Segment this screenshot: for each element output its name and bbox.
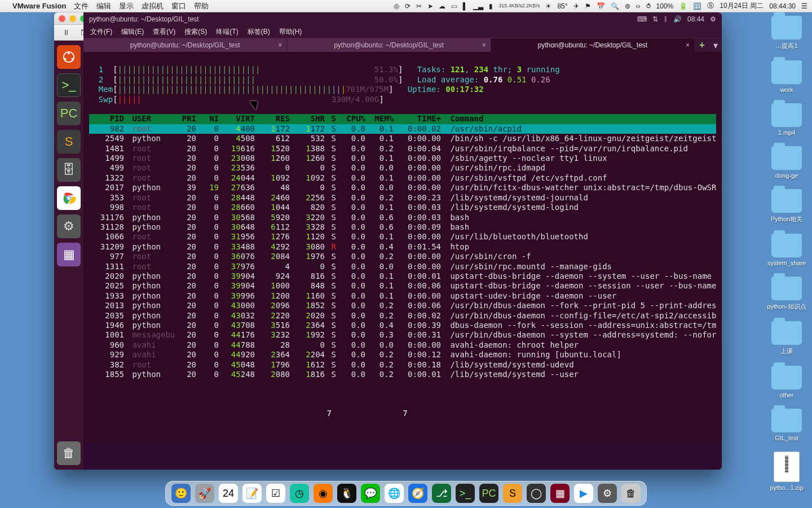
table-row[interactable]: 2013 python2004300020961852 S0.00.20:00.…	[89, 301, 716, 310]
htop-header[interactable]: PID USERPRINIVIRTRESSHR SCPU%MEM%TIME+ C…	[89, 114, 716, 124]
table-row[interactable]: 353 root2002844824602256 S0.00.20:00.23 …	[89, 193, 716, 203]
trash-launcher[interactable]: 🗑	[57, 441, 81, 465]
table-row[interactable]: 31209 python2003348842923080 R0.00.40:01…	[89, 242, 716, 252]
table-row[interactable]: 1499 root2002300812601260 S0.00.10:00.00…	[89, 154, 716, 163]
table-row[interactable]: 2549 python2004508612532 S0.00.10:00.00 …	[89, 134, 716, 143]
minimize-window[interactable]	[69, 15, 76, 22]
terminal-tab[interactable]: python@ubuntu: ~/Desktop/GIL_test×	[287, 38, 491, 52]
folder-item[interactable]: 1.mp4	[765, 103, 809, 136]
menu-icon[interactable]: ☰	[801, 2, 807, 10]
menu-help[interactable]: 帮助	[194, 1, 209, 11]
terminal-body[interactable]: 1 [|||||||||||||||||||||||||||||| 51.3%]…	[83, 52, 722, 441]
display-icon[interactable]: ▭	[451, 2, 457, 10]
xcode-icon[interactable]: ⎇	[432, 484, 451, 503]
wechat-icon[interactable]: 💬	[361, 484, 380, 503]
table-row[interactable]: 1001 messagebu2004417632321992 S0.00.30:…	[89, 330, 716, 340]
folder-item[interactable]: dong-ge	[765, 146, 809, 179]
table-row[interactable]: 31176 python2003056859203220 S0.00.60:00…	[89, 213, 716, 222]
table-row[interactable]: 998 root200286601044820 S0.00.10:00.03 /…	[89, 203, 716, 212]
tab-overflow-button[interactable]: ▾	[709, 38, 722, 52]
pycharm-dock-icon[interactable]: PC	[479, 484, 498, 503]
calendar-app-icon[interactable]: 24	[219, 484, 238, 503]
term-menu-view[interactable]: 查看(V)	[153, 27, 175, 37]
zip-item[interactable]: pytho...1.zip	[765, 452, 809, 491]
table-row[interactable]: 982 root200440011721172 S0.00.10:00.02 /…	[89, 124, 716, 134]
menu-edit[interactable]: 编辑	[96, 1, 111, 11]
wifi-icon[interactable]: ⊚	[625, 2, 630, 10]
battery-icon[interactable]: 🔋	[679, 2, 687, 10]
table-row[interactable]: 1066 root2003195612761120 S0.00.10:00.00…	[89, 232, 716, 242]
table-row[interactable]: 499 root2002353600 S0.00.00:00.00 /usr/s…	[89, 163, 716, 173]
vmware-dock-icon[interactable]: ▦	[550, 484, 570, 503]
folder-item[interactable]: …提高1	[765, 16, 809, 50]
input-icon[interactable]: 🈁	[693, 2, 701, 10]
volume-icon[interactable]: 🔊	[673, 15, 682, 23]
table-row[interactable]: 977 root2003607620841976 S0.00.20:00.00 …	[89, 252, 716, 261]
wechat-work-icon[interactable]: ◷	[290, 484, 309, 503]
preferences-icon[interactable]: ⚙	[598, 484, 617, 503]
table-row[interactable]: 2017 python391927636480 S0.00.00:00.00 /…	[89, 183, 716, 192]
play-icon[interactable]: ▶	[574, 484, 593, 503]
new-tab-button[interactable]: +	[695, 38, 709, 52]
terminal-launcher[interactable]: >_	[57, 73, 81, 97]
cloud-icon[interactable]: ☁	[439, 2, 445, 10]
table-row[interactable]: 1311 root2003797640 S0.00.00:00.00 /usr/…	[89, 262, 716, 271]
location-icon[interactable]: ➤	[427, 2, 433, 10]
folder-item[interactable]: Python相关	[765, 189, 809, 224]
notes-icon[interactable]: 📝	[242, 484, 262, 503]
table-row[interactable]: 2025 python200399041000848 S0.00.10:00.0…	[89, 281, 716, 291]
scissors-icon[interactable]: ✂	[416, 2, 422, 10]
menu-vm[interactable]: 虚拟机	[142, 1, 164, 11]
reminders-icon[interactable]: ☑	[266, 484, 285, 503]
term-menu-search[interactable]: 搜索(S)	[184, 27, 207, 37]
term-menu-help[interactable]: 帮助(H)	[279, 27, 302, 37]
keyboard-icon[interactable]: ⌨	[637, 15, 647, 23]
htop-process-list[interactable]: 982 root200440011721172 S0.00.10:00.02 /…	[89, 124, 716, 380]
safari-icon[interactable]: 🧭	[408, 484, 427, 503]
iterm-icon[interactable]: >_	[456, 484, 475, 503]
folder-item[interactable]: system_share	[765, 234, 809, 266]
plane-icon[interactable]: ✈	[573, 2, 579, 10]
table-row[interactable]: 1933 python2003999612001160 S0.00.10:00.…	[89, 291, 716, 301]
table-row[interactable]: 31128 python2003064861123328 S0.00.60:00…	[89, 222, 716, 232]
sublime-dock-icon[interactable]: S	[503, 484, 522, 503]
terminal-tab[interactable]: python@ubuntu: ~/Desktop/GIL_test×	[83, 38, 287, 52]
menu-window[interactable]: 窗口	[171, 1, 186, 11]
settings-launcher[interactable]: ⚙	[57, 214, 81, 238]
code-icon[interactable]: ‹›	[636, 2, 641, 10]
table-row[interactable]: 2020 python20039904924816 S0.00.10:00.01…	[89, 271, 716, 281]
term-menu-edit[interactable]: 编辑(E)	[121, 27, 144, 37]
term-menu-file[interactable]: 文件(F)	[90, 27, 112, 37]
tab-close-icon[interactable]: ×	[278, 41, 282, 49]
term-menu-term[interactable]: 终端(T)	[216, 27, 238, 37]
menu-view[interactable]: 显示	[119, 1, 134, 11]
sync-icon[interactable]: ⟳	[405, 2, 411, 10]
battery2-icon[interactable]: ▮	[489, 2, 493, 10]
menu-file[interactable]: 文件	[74, 1, 89, 11]
pause-button[interactable]: ⏸	[60, 28, 72, 38]
gear-icon[interactable]: ⚙	[710, 15, 716, 23]
s-icon[interactable]: Ⓢ	[707, 1, 714, 11]
table-row[interactable]: 1481 root2001961615201388 S0.00.20:00.04…	[89, 144, 716, 154]
close-window[interactable]	[59, 15, 65, 22]
files-launcher[interactable]: 🗄	[57, 158, 81, 182]
table-row[interactable]: 1946 python2004370835162364 S0.00.40:00.…	[89, 321, 716, 330]
graph-icon[interactable]: ▁▃	[473, 2, 483, 10]
gnome-clock[interactable]: 08:44	[687, 15, 704, 23]
obs-icon[interactable]: ◯	[527, 484, 546, 503]
term-menu-tabs[interactable]: 标签(B)	[248, 27, 270, 37]
finder-icon[interactable]: 🙂	[171, 484, 191, 503]
chrome-app-icon[interactable]: 🌐	[385, 484, 404, 503]
app-name[interactable]: VMware Fusion	[12, 2, 66, 10]
trash-dock-icon[interactable]: 🗑	[621, 484, 641, 503]
sync2-icon[interactable]: ⥀	[646, 2, 651, 10]
table-row[interactable]: 960 avahi20044788280 S0.00.00:00.00 avah…	[89, 340, 716, 350]
table-row[interactable]: 929 avahi2004492023642204 S0.00.20:00.12…	[89, 350, 716, 360]
terminal-tab-active[interactable]: python@ubuntu: ~/Desktop/GIL_test×	[491, 38, 695, 52]
status-icon[interactable]: ◎	[394, 2, 399, 10]
dash-button[interactable]	[57, 45, 81, 69]
folder-item[interactable]: python-知识点	[765, 277, 809, 311]
table-row[interactable]: 1322 root2002404410921092 S0.00.10:00.00…	[89, 173, 716, 183]
folder-item[interactable]: work	[765, 60, 809, 93]
folder-item[interactable]: other	[765, 366, 809, 398]
